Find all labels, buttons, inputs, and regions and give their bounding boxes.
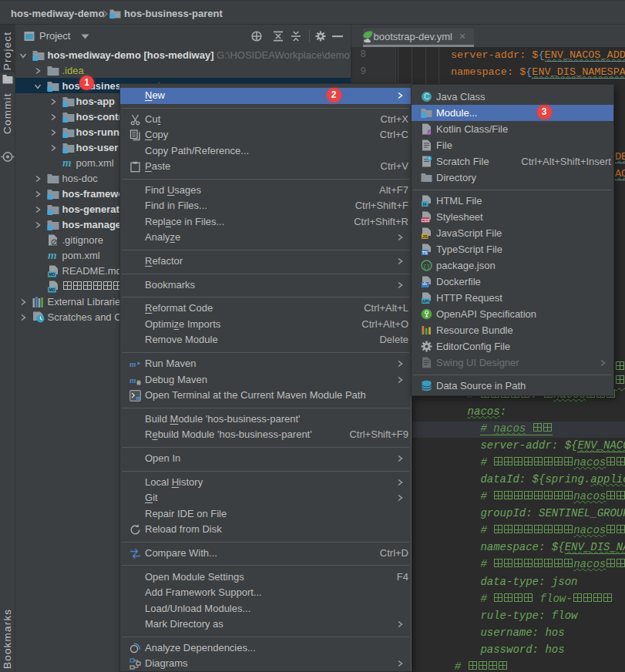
- svg-text:C: C: [424, 92, 429, 101]
- svg-text:m: m: [129, 375, 136, 385]
- svg-text:m: m: [129, 359, 136, 368]
- svg-text:JS: JS: [422, 234, 428, 238]
- svg-text:MD: MD: [49, 287, 55, 292]
- svg-text:H: H: [423, 201, 426, 206]
- svg-text:MD: MD: [49, 272, 55, 277]
- svg-text:CSS: CSS: [421, 217, 430, 222]
- svg-text:API: API: [422, 298, 430, 303]
- svg-text:TS: TS: [422, 250, 428, 254]
- svg-text:m: m: [136, 395, 140, 402]
- svg-text:{}: {}: [423, 262, 431, 269]
